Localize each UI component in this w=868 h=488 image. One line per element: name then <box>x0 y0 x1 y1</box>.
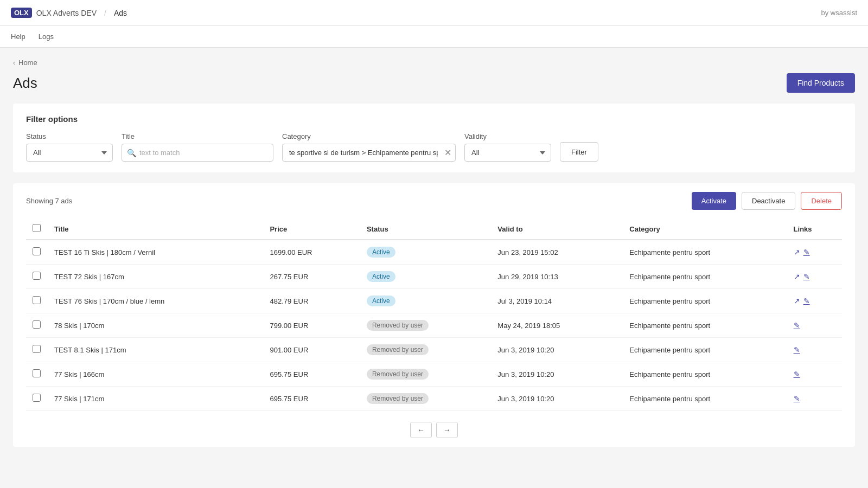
row-title: 77 Skis | 166cm <box>48 362 263 387</box>
row-links: ↗✎ <box>787 265 842 289</box>
row-checkbox[interactable] <box>33 320 41 329</box>
showing-count: Showing 7 ads <box>26 197 72 205</box>
category-filter-label: Category <box>282 132 456 140</box>
row-links: ↗✎ <box>787 289 842 313</box>
table-row: TEST 76 Skis | 170cm / blue / lemn 482.7… <box>26 289 842 313</box>
edit-icon[interactable]: ✎ <box>794 394 800 403</box>
title-search-wrapper: 🔍 <box>122 144 273 162</box>
breadcrumb[interactable]: ‹ Home <box>13 59 855 67</box>
table-row: TEST 72 Skis | 167cm 267.75 EUR Active J… <box>26 265 842 289</box>
row-checkbox[interactable] <box>33 394 41 402</box>
table-row: TEST 16 Ti Skis | 180cm / Vernil 1699.00… <box>26 240 842 265</box>
row-price: 799.00 EUR <box>263 313 360 338</box>
status-badge: Active <box>367 271 395 282</box>
col-valid-to: Valid to <box>491 219 623 240</box>
deactivate-button[interactable]: Deactivate <box>742 192 795 210</box>
category-clear-icon[interactable]: ✕ <box>444 149 451 157</box>
row-category: Echipamente pentru sport <box>623 289 787 313</box>
nav-by-user: by wsassist <box>821 9 857 17</box>
back-arrow-icon: ‹ <box>13 59 15 67</box>
validity-filter-field: Validity All Valid Expired <box>464 132 551 162</box>
activate-button[interactable]: Activate <box>692 192 736 210</box>
row-valid-to: Jun 3, 2019 10:20 <box>491 387 623 411</box>
row-links: ✎ <box>787 338 842 362</box>
top-navigation: OLX OLX Adverts DEV / Ads by wsassist <box>0 0 868 26</box>
external-link-icon[interactable]: ↗ <box>794 248 800 256</box>
find-products-button[interactable]: Find Products <box>787 73 855 93</box>
status-badge: Active <box>367 296 395 306</box>
table-toolbar: Showing 7 ads Activate Deactivate Delete <box>26 192 842 210</box>
row-checkbox[interactable] <box>33 345 41 353</box>
prev-page-button[interactable]: ← <box>410 422 432 438</box>
status-filter-field: Status All Active Inactive Removed by us… <box>26 132 113 162</box>
col-status: Status <box>360 219 491 240</box>
status-filter-select[interactable]: All Active Inactive Removed by user <box>26 144 113 162</box>
row-checkbox-cell <box>26 313 48 338</box>
nav-logs-link[interactable]: Logs <box>39 30 54 43</box>
select-all-checkbox[interactable] <box>33 224 41 232</box>
olx-logo-icon: OLX <box>11 8 32 18</box>
filter-button[interactable]: Filter <box>560 142 598 162</box>
row-price: 695.75 EUR <box>263 387 360 411</box>
row-title: TEST 16 Ti Skis | 180cm / Vernil <box>48 240 263 265</box>
row-status: Removed by user <box>360 387 491 411</box>
search-icon: 🔍 <box>127 149 136 157</box>
edit-icon[interactable]: ✎ <box>794 345 800 354</box>
row-checkbox[interactable] <box>33 369 41 377</box>
next-page-button[interactable]: → <box>436 422 458 438</box>
row-category: Echipamente pentru sport <box>623 338 787 362</box>
ads-table: Title Price Status Valid to Category Lin… <box>26 219 842 411</box>
row-category: Echipamente pentru sport <box>623 387 787 411</box>
row-title: 78 Skis | 170cm <box>48 313 263 338</box>
row-checkbox[interactable] <box>33 272 41 280</box>
delete-button[interactable]: Delete <box>801 192 842 210</box>
row-price: 1699.00 EUR <box>263 240 360 265</box>
table-row: TEST 8.1 Skis | 171cm 901.00 EUR Removed… <box>26 338 842 362</box>
page-content: ‹ Home Ads Find Products Filter options … <box>0 48 868 458</box>
edit-icon[interactable]: ✎ <box>803 297 810 305</box>
title-search-input[interactable] <box>122 144 273 162</box>
row-status: Active <box>360 289 491 313</box>
edit-icon[interactable]: ✎ <box>803 248 810 256</box>
row-title: TEST 8.1 Skis | 171cm <box>48 338 263 362</box>
validity-filter-select[interactable]: All Valid Expired <box>464 144 551 162</box>
row-checkbox-cell <box>26 265 48 289</box>
external-link-icon[interactable]: ↗ <box>794 272 800 281</box>
status-badge: Removed by user <box>367 344 429 355</box>
category-filter-field: Category ✕ <box>282 132 456 162</box>
nav-app-name: OLX Adverts DEV <box>36 9 97 17</box>
edit-icon[interactable]: ✎ <box>794 370 800 378</box>
row-title: TEST 72 Skis | 167cm <box>48 265 263 289</box>
row-valid-to: Jun 23, 2019 15:02 <box>491 240 623 265</box>
row-checkbox[interactable] <box>33 296 41 304</box>
nav-help-link[interactable]: Help <box>11 30 25 43</box>
page-header: Ads Find Products <box>13 73 855 93</box>
row-links: ✎ <box>787 313 842 338</box>
edit-icon[interactable]: ✎ <box>794 321 800 330</box>
status-badge: Removed by user <box>367 393 429 404</box>
row-category: Echipamente pentru sport <box>623 265 787 289</box>
col-category: Category <box>623 219 787 240</box>
olx-logo: OLX <box>11 8 32 18</box>
row-category: Echipamente pentru sport <box>623 313 787 338</box>
nav-left: OLX OLX Adverts DEV / Ads <box>11 8 127 18</box>
row-checkbox[interactable] <box>33 247 41 255</box>
row-category: Echipamente pentru sport <box>623 240 787 265</box>
row-checkbox-cell <box>26 338 48 362</box>
filter-row: Status All Active Inactive Removed by us… <box>26 132 842 162</box>
row-title: 77 Skis | 171cm <box>48 387 263 411</box>
col-price: Price <box>263 219 360 240</box>
category-filter-input[interactable] <box>282 144 456 162</box>
table-panel: Showing 7 ads Activate Deactivate Delete… <box>13 183 855 447</box>
row-links: ↗✎ <box>787 240 842 265</box>
table-row: 78 Skis | 170cm 799.00 EUR Removed by us… <box>26 313 842 338</box>
page-title: Ads <box>13 75 37 92</box>
edit-icon[interactable]: ✎ <box>803 272 810 281</box>
col-title: Title <box>48 219 263 240</box>
row-valid-to: Jun 3, 2019 10:20 <box>491 362 623 387</box>
external-link-icon[interactable]: ↗ <box>794 297 800 305</box>
row-title: TEST 76 Skis | 170cm / blue / lemn <box>48 289 263 313</box>
row-checkbox-cell <box>26 362 48 387</box>
nav-current-page: Ads <box>114 9 127 17</box>
category-filter-wrapper: ✕ <box>282 144 456 162</box>
